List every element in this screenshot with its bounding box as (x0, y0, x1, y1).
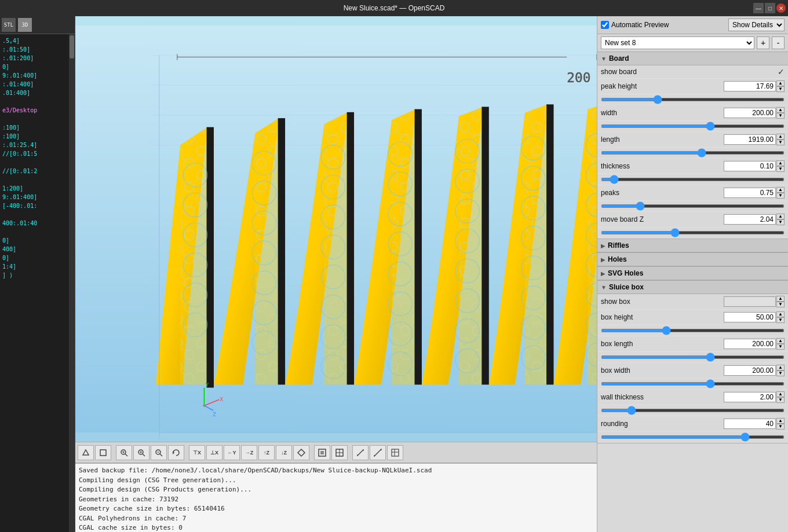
left-view-icon[interactable]: ←Y (224, 445, 240, 460)
stl-icon[interactable]: STL (2, 18, 16, 32)
show-box-row: show box ▲ ▼ (597, 294, 788, 310)
thickness-down[interactable]: ▼ (776, 166, 785, 172)
width-down[interactable]: ▼ (776, 113, 785, 119)
box-width-input[interactable] (724, 365, 776, 376)
back-view-icon[interactable]: ↓Z (276, 445, 292, 460)
auto-preview-checkbox[interactable] (601, 21, 609, 29)
svg-holes-section-header[interactable]: ▶ SVG Holes (597, 267, 788, 280)
move-board-z-input[interactable] (724, 214, 776, 225)
box-length-input[interactable] (724, 339, 776, 349)
length-input[interactable] (724, 134, 776, 145)
show-box-up[interactable]: ▲ (776, 296, 785, 302)
width-label: width (601, 109, 721, 117)
board-section-header[interactable]: ▼ Board (597, 52, 788, 65)
maximize-button[interactable]: □ (765, 3, 775, 13)
wall-thickness-input[interactable] (724, 392, 776, 402)
close-button[interactable]: ✕ (776, 3, 786, 13)
thickness-slider[interactable] (601, 178, 785, 181)
show-box-down[interactable]: ▼ (776, 302, 785, 307)
wall-thickness-down[interactable]: ▼ (776, 397, 785, 403)
top-view-icon[interactable]: ⊤X (189, 445, 205, 460)
holes-section: ▶ Holes (597, 253, 788, 267)
svg-holes-collapse-icon: ▶ (601, 270, 605, 277)
box-length-down[interactable]: ▼ (776, 344, 785, 350)
rounding-up[interactable]: ▲ (776, 418, 785, 424)
move-board-z-slider[interactable] (601, 231, 785, 234)
thickness-input[interactable] (724, 161, 776, 171)
right-view-icon[interactable]: →Z (241, 445, 257, 460)
box-length-slider[interactable] (601, 355, 785, 359)
holes-collapse-icon: ▶ (601, 256, 605, 263)
render-icon[interactable] (314, 445, 330, 460)
wall-thickness-up[interactable]: ▲ (776, 391, 785, 397)
box-height-slider[interactable] (601, 329, 785, 332)
holes-section-header[interactable]: ▶ Holes (597, 253, 788, 266)
front-view-icon[interactable]: ↑Z (258, 445, 275, 460)
rounding-input[interactable] (724, 419, 776, 429)
minimize-button[interactable]: — (753, 3, 764, 13)
box-width-slider-row (597, 379, 788, 390)
box-height-label: box height (601, 313, 721, 321)
box-width-down[interactable]: ▼ (776, 370, 785, 376)
peaks-slider[interactable] (601, 204, 785, 208)
show-details-select[interactable]: Show Details Show Errors (728, 19, 785, 31)
peaks-input[interactable] (724, 188, 776, 198)
length-down[interactable]: ▼ (776, 140, 785, 145)
wall-thickness-row: wall thickness ▲ ▼ (597, 390, 788, 405)
peak-height-down[interactable]: ▼ (776, 86, 785, 92)
code-scrollbar[interactable] (69, 34, 75, 532)
peaks-down[interactable]: ▼ (776, 193, 785, 199)
wall-thickness-slider[interactable] (601, 409, 785, 412)
svg-line-99 (357, 450, 363, 456)
sluice-box-section-header[interactable]: ▼ Sluice box (597, 281, 788, 294)
diagonal-view-icon[interactable] (293, 445, 309, 460)
peak-height-slider[interactable] (601, 98, 785, 101)
thickness-up[interactable]: ▲ (776, 160, 785, 166)
preset-select[interactable]: New set 8 (601, 36, 754, 49)
width-slider-row (597, 121, 788, 132)
peak-height-input[interactable] (724, 81, 776, 91)
box-height-down[interactable]: ▼ (776, 317, 785, 323)
preset-remove-button[interactable]: - (772, 36, 785, 49)
box-length-up[interactable]: ▲ (776, 338, 785, 344)
box-height-up[interactable]: ▲ (776, 311, 785, 317)
zoom-in-icon[interactable] (133, 445, 149, 460)
show-board-check[interactable]: ✓ (778, 67, 785, 76)
riffles-section-header[interactable]: ▶ Riffles (597, 239, 788, 252)
width-input[interactable] (724, 108, 776, 118)
code-line: 1:200] (2, 184, 67, 193)
width-slider[interactable] (601, 124, 785, 128)
model-icon[interactable]: 3D (18, 18, 32, 32)
zoom-all-icon[interactable] (116, 445, 132, 460)
length-slider[interactable] (601, 151, 785, 155)
orthographic-icon[interactable] (95, 445, 111, 460)
auto-preview-label[interactable]: Automatic Preview (601, 21, 669, 29)
measure-icon[interactable] (352, 445, 369, 460)
zoom-out-icon[interactable] (151, 445, 167, 460)
peak-height-up[interactable]: ▲ (776, 80, 785, 86)
preset-add-button[interactable]: + (757, 36, 769, 49)
move-board-z-up[interactable]: ▲ (776, 214, 785, 219)
bottom-view-icon[interactable]: ⊥X (206, 445, 222, 460)
rounding-down[interactable]: ▼ (776, 424, 785, 430)
svg-line-102 (374, 449, 381, 456)
perspective-icon[interactable] (78, 445, 94, 460)
box-height-row: box height ▲ ▼ (597, 310, 788, 325)
box-width-up[interactable]: ▲ (776, 365, 785, 370)
show-box-input[interactable] (724, 296, 776, 307)
peaks-up[interactable]: ▲ (776, 187, 785, 193)
render2-icon[interactable] (331, 445, 348, 460)
code-line: :100] (2, 132, 67, 141)
measure2-icon[interactable] (370, 445, 386, 460)
box-width-slider[interactable] (601, 382, 785, 386)
width-up[interactable]: ▲ (776, 107, 785, 113)
3d-viewport[interactable]: 200 (75, 16, 597, 442)
reset-view-icon[interactable] (168, 445, 184, 460)
move-board-z-down[interactable]: ▼ (776, 219, 785, 225)
grid-icon[interactable] (387, 445, 403, 460)
svg-text:X: X (220, 396, 223, 402)
box-height-input[interactable] (724, 312, 776, 322)
rounding-slider[interactable] (601, 435, 785, 439)
length-slider-row (597, 148, 788, 159)
length-up[interactable]: ▲ (776, 134, 785, 140)
